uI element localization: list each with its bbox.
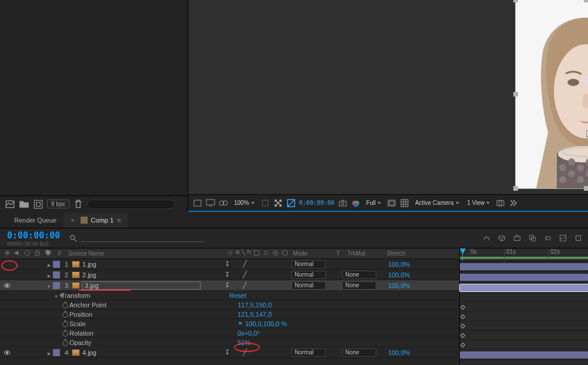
motion-blur-icon[interactable] (542, 233, 553, 244)
twirl-icon[interactable] (45, 261, 53, 268)
transform-group[interactable]: ▼ Transform Reset (0, 291, 459, 300)
trkmat-dropdown[interactable]: None (342, 281, 376, 290)
prop-scale[interactable]: Scale ⚭ 100,0,100,0 % (0, 319, 459, 328)
label-color[interactable] (53, 261, 60, 268)
trkmat-col-header[interactable]: .TrkMat (342, 250, 382, 257)
stretch-value[interactable]: 100,0% (382, 271, 459, 278)
trash-icon[interactable] (73, 199, 83, 210)
layer-name[interactable]: 4.jpg (82, 349, 96, 356)
comp-mini-flowchart-icon[interactable] (481, 233, 492, 244)
t-col-header[interactable]: T (334, 250, 342, 257)
prop-opacity[interactable]: Opacity 51% (0, 338, 459, 347)
stretch-value[interactable]: 100,0% (382, 282, 459, 289)
timeline-search-input[interactable] (81, 234, 205, 242)
stopwatch-icon[interactable] (61, 339, 69, 347)
lock-col-icon[interactable] (34, 249, 41, 258)
draft-3d-icon[interactable] (219, 198, 228, 208)
panel-menu-icon[interactable]: ≡ (117, 217, 120, 224)
always-preview-icon[interactable] (193, 198, 202, 208)
layer-row[interactable]: 3 3.jpg ↧╱ Normal None 100,0% (0, 280, 459, 291)
draft-3d-icon[interactable] (496, 233, 507, 244)
twirl-icon[interactable] (45, 282, 53, 289)
mask-visibility-icon[interactable] (286, 198, 296, 208)
camera-dropdown[interactable]: Active Camera (413, 199, 462, 207)
anchor-point-icon[interactable] (583, 77, 588, 84)
zoom-dropdown[interactable]: 100% (232, 199, 257, 207)
mode-col-header[interactable]: Mode (289, 250, 334, 257)
hide-shy-icon[interactable] (512, 233, 522, 244)
prop-value[interactable]: 51% (238, 339, 250, 346)
time-ruler[interactable]: 0s 01s 02s (460, 248, 588, 261)
reset-link[interactable]: Reset (229, 292, 246, 299)
twirl-icon[interactable] (45, 349, 53, 356)
layer-row[interactable]: 1 1.jpg ↧╱ Normal 100,0% (0, 259, 459, 270)
transparency-grid-icon[interactable] (273, 198, 283, 208)
graph-editor-icon[interactable] (557, 233, 568, 244)
mode-dropdown[interactable]: Normal (292, 271, 326, 279)
grid-icon[interactable] (400, 198, 409, 208)
eye-icon[interactable] (4, 349, 11, 356)
layer-name[interactable]: 3.jpg (82, 282, 200, 289)
tab-render-queue[interactable]: Render Queue (7, 213, 64, 227)
twirl-icon[interactable]: ▼ (54, 292, 61, 299)
views-dropdown[interactable]: 1 View (465, 199, 493, 207)
label-color[interactable] (53, 282, 60, 289)
layer-name[interactable]: 1.jpg (82, 261, 96, 268)
mode-dropdown[interactable]: Normal (292, 349, 326, 357)
frame-blend-icon[interactable] (527, 233, 537, 244)
trkmat-dropdown[interactable]: None (342, 349, 376, 357)
new-composition-icon[interactable] (33, 199, 44, 210)
layer-row[interactable]: 4 4.jpg ↧╱ Normal None 100,0% (0, 347, 459, 358)
stopwatch-icon[interactable] (61, 301, 69, 309)
mode-dropdown[interactable]: Normal (292, 260, 326, 268)
comp-canvas[interactable] (188, 0, 588, 211)
twirl-icon[interactable] (45, 271, 53, 278)
solo-col-icon[interactable] (24, 249, 31, 258)
prop-value[interactable]: 117,5,150,0 (238, 301, 272, 308)
label-col-icon[interactable] (45, 251, 52, 258)
constrain-icon[interactable]: ⚭ (238, 320, 243, 327)
snapping-icon[interactable] (573, 233, 583, 244)
roi-icon[interactable] (260, 198, 270, 208)
monitor-icon[interactable] (206, 198, 215, 208)
color-depth-button[interactable]: 8 bpc (47, 200, 69, 208)
stretch-value[interactable]: 100,0% (382, 261, 459, 268)
source-name-col-header[interactable]: Source Name (65, 250, 223, 257)
new-folder-icon[interactable] (19, 199, 29, 210)
fast-previews-icon[interactable] (509, 198, 518, 208)
label-color[interactable] (53, 349, 60, 356)
layer-name[interactable]: 2.jpg (82, 271, 96, 278)
layer-row[interactable]: 2 2.jpg ↧╱ Normal None 100,0% (0, 270, 459, 280)
stopwatch-icon[interactable] (61, 310, 69, 318)
prop-value[interactable]: 100,0,100,0 % (245, 320, 287, 327)
prop-value[interactable]: 121,5,147,0 (238, 311, 272, 318)
trkmat-dropdown[interactable]: None (342, 271, 376, 279)
stretch-value[interactable]: 100,0% (382, 349, 459, 356)
resolution-dropdown[interactable]: Full (364, 199, 383, 207)
stopwatch-icon[interactable] (61, 320, 69, 328)
eye-icon[interactable] (4, 282, 11, 289)
prop-anchor-point[interactable]: Anchor Point 117,5,150,0 (0, 300, 459, 310)
num-col-header[interactable]: # (54, 250, 65, 257)
playhead[interactable] (462, 248, 463, 261)
stretch-col-header[interactable]: Stretch (382, 250, 459, 257)
prop-rotation[interactable]: Rotation 0x+0,0° (0, 328, 459, 338)
preview-time[interactable]: 0:00:00:00 (299, 200, 335, 206)
pixel-aspect-icon[interactable] (496, 198, 505, 208)
video-col-icon[interactable] (4, 249, 11, 258)
prop-value[interactable]: 0x+0,0° (238, 330, 260, 337)
safe-zones-icon[interactable] (387, 198, 396, 208)
snapshot-icon[interactable] (338, 198, 348, 208)
mode-dropdown[interactable]: Normal (292, 281, 326, 290)
current-time-display[interactable]: 0:00:00:00 00000 (30.00 fps) (0, 230, 65, 247)
prop-position[interactable]: Position 121,5,147,0 (0, 310, 459, 319)
timeline-tracks[interactable]: 0s 01s 02s (460, 248, 588, 365)
tab-comp1[interactable]: × Comp 1 ≡ (64, 213, 127, 227)
layer-bounding-box[interactable] (516, 0, 588, 188)
channel-icon[interactable] (351, 198, 360, 208)
stopwatch-icon[interactable] (61, 329, 69, 337)
audio-col-icon[interactable] (14, 249, 21, 258)
label-color[interactable] (53, 271, 60, 278)
close-icon[interactable]: × (71, 217, 74, 224)
project-search-input[interactable] (87, 200, 175, 209)
